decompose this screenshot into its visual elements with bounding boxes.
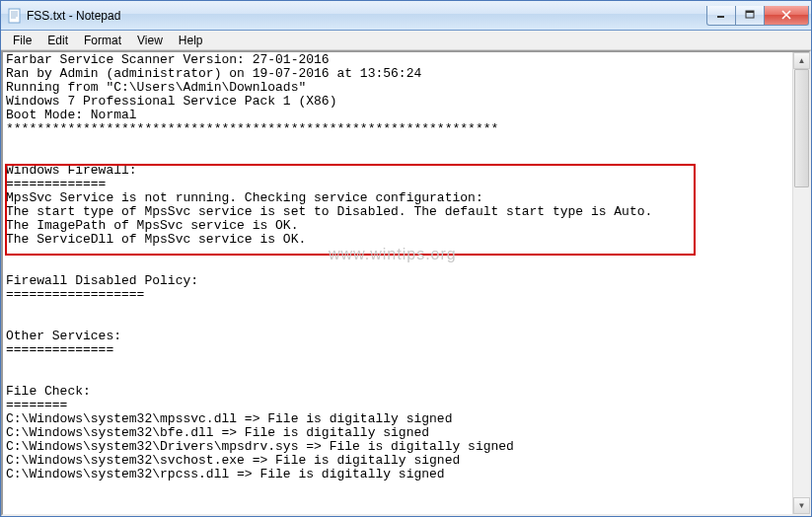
vertical-scrollbar[interactable]: ▲ ▼ xyxy=(792,52,809,514)
menu-view[interactable]: View xyxy=(129,32,171,49)
window-title: FSS.txt - Notepad xyxy=(27,9,707,23)
menu-file[interactable]: File xyxy=(5,32,39,49)
menu-edit[interactable]: Edit xyxy=(39,32,76,49)
scroll-thumb[interactable] xyxy=(794,69,809,187)
maximize-button[interactable] xyxy=(735,6,765,26)
menu-help[interactable]: Help xyxy=(171,32,211,49)
scroll-up-arrow[interactable]: ▲ xyxy=(793,52,810,69)
menubar: File Edit Format View Help xyxy=(1,31,811,50)
titlebar[interactable]: FSS.txt - Notepad xyxy=(1,1,811,31)
notepad-icon xyxy=(7,8,23,24)
text-content[interactable]: Farbar Service Scanner Version: 27-01-20… xyxy=(3,52,792,514)
close-button[interactable] xyxy=(764,6,809,26)
window-controls xyxy=(707,6,809,26)
menu-format[interactable]: Format xyxy=(76,32,129,49)
editor-area: Farbar Service Scanner Version: 27-01-20… xyxy=(1,50,811,516)
minimize-button[interactable] xyxy=(706,6,736,26)
notepad-window: FSS.txt - Notepad File Edit Format View … xyxy=(0,0,812,517)
scroll-down-arrow[interactable]: ▼ xyxy=(793,497,810,514)
